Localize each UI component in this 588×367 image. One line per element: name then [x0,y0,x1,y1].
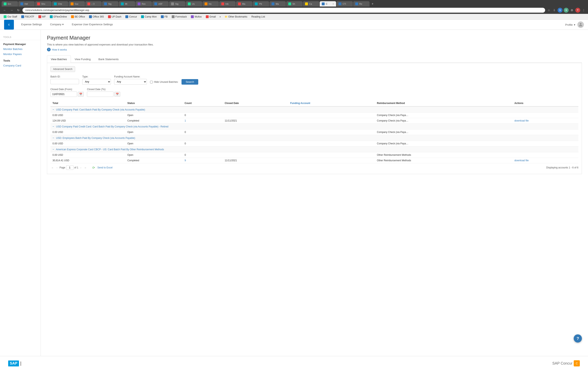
bookmark-our-staff[interactable]: Our Staff [2,15,19,19]
browser-tab-ca[interactable]: Ca [303,1,319,7]
batch-title-3[interactable]: USD: Employees Batch Paid By Company Che… [56,137,135,140]
reload-button[interactable]: ↻ [16,8,21,13]
collapse-icon[interactable]: − [52,125,54,128]
collapse-icon[interactable]: − [52,136,54,140]
funding-account-select[interactable]: Any [114,79,147,85]
downloads-icon[interactable]: ⇩ [552,8,556,13]
refresh-button[interactable]: ⟳ [92,166,95,170]
browser-tab-gui[interactable]: Gui [69,1,85,7]
browser-tab-music[interactable]: ♪ 3 [85,1,102,7]
sidebar-payment-manager-title: Payment Manager [0,41,41,47]
bookmark-eflexonline[interactable]: EFlexOnline [48,15,68,19]
sidebar-item-company-card[interactable]: Company Card [0,63,41,68]
cell-reimbursement: Other Reimbursement Methods [375,152,512,158]
browser-tab-sho[interactable]: Sho [35,1,52,7]
tab-close-button[interactable]: ✕ [332,3,334,5]
bookmark-be-office[interactable]: BE Office [69,15,86,19]
pagination-row: « ‹ Page of 1 › » ⟳ Send to Excel Displa… [51,163,579,171]
type-select[interactable]: Any Employee Company Card [82,79,111,85]
bookmark-formstack[interactable]: Formstack [170,15,189,19]
new-tab-button[interactable]: + [370,1,375,7]
next-page-button[interactable]: › [79,165,83,170]
count-link[interactable]: 1 [185,119,186,122]
download-file-link-1[interactable]: download file [514,119,528,122]
closed-date-from-input[interactable] [51,92,77,97]
bookmark-wf[interactable]: WF [37,15,48,19]
bookmark-fb[interactable]: FB [159,15,169,19]
bookmark-updash[interactable]: UP Dash [106,15,123,19]
browser-tab-ma2[interactable]: Ma [269,1,286,7]
help-bubble-button[interactable]: ? [574,334,582,342]
closed-date-from-calendar-button[interactable]: 📅 [78,92,84,97]
last-page-button[interactable]: » [83,165,87,170]
send-to-excel-link[interactable]: Send to Excel [97,166,112,169]
collapse-icon[interactable]: − [52,148,54,151]
back-button[interactable]: ← [2,8,7,13]
search-button[interactable]: Search [182,79,198,85]
bookmark-gmail[interactable]: Gmail [204,15,217,19]
batch-id-input[interactable] [51,79,79,84]
col-funding-account[interactable]: Funding Account [288,100,375,106]
browser-tab-yn[interactable]: YN [253,1,269,7]
browser-tab-mi[interactable]: Mi [119,1,135,7]
bookmarks-more-button[interactable]: » [218,15,222,19]
bookmark-star-icon[interactable]: ☆ [547,8,551,13]
prev-page-button[interactable]: ‹ [55,165,59,170]
profile-avatar-t[interactable]: T [575,8,580,13]
profile-avatar-2[interactable]: S [564,8,569,13]
batch-title-2[interactable]: USD Company Paid Credit Card: Card Batch… [56,125,168,128]
browser-tab-re[interactable]: Re [353,1,370,7]
nav-expense-settings[interactable]: Expense Settings [17,20,46,29]
page-number-input[interactable] [66,165,73,170]
sidebar-item-monitor-payees[interactable]: Monitor Payees [0,52,41,57]
closed-date-to-calendar-button[interactable]: 📅 [114,92,120,97]
browser-tab-sig2[interactable]: Sig [169,1,185,7]
tab-bank-statements[interactable]: Bank Statements [95,55,122,63]
browser-tab-hel[interactable]: Hel [18,1,35,7]
browser-tab-esf[interactable]: eSF [152,1,169,7]
menu-icon[interactable]: ⋮ [581,8,586,13]
extensions-icon[interactable]: ⚙ [570,8,574,13]
browser-tab-ma[interactable]: Ma [236,1,252,7]
nav-company[interactable]: Company ▾ [46,20,68,29]
bookmark-campmon[interactable]: Camp Mon [139,15,158,19]
closed-date-to-input[interactable] [87,92,113,97]
first-page-button[interactable]: « [51,165,54,170]
address-bar-input[interactable] [22,8,545,13]
browser-tab-inb[interactable]: Inb [219,1,236,7]
displaying-text: Displaying accounts 1 - 6 of 6 [546,166,579,169]
content-area: Payment Manager This is where you view b… [41,30,588,356]
profile-button[interactable]: Profile ▾ [565,23,575,26]
bookmark-favicon [206,15,209,18]
bookmark-reading-list[interactable]: Reading List [250,15,267,19]
hide-unused-checkbox[interactable] [150,81,153,83]
bookmark-concur[interactable]: Concur [124,15,139,19]
batch-title-1[interactable]: USD Company Paid: Card Batch Paid By Com… [56,108,145,111]
collapse-icon[interactable]: − [52,108,54,111]
browser-tab-sh[interactable]: Sh [286,1,303,7]
nav-expense-ux[interactable]: Expense User Experience Settings [68,20,117,29]
sidebar-item-monitor-batches[interactable]: Monitor Batches [0,47,41,52]
bookmark-wufoo[interactable]: Wufoo [189,15,203,19]
bookmark-other[interactable]: 📁 Other Bookmarks [223,15,249,19]
tab-view-funding[interactable]: View Funding [71,55,95,63]
how-it-works-link[interactable]: ? How it works [47,48,582,51]
batch-title-4[interactable]: American Express Corporate Card CBCP - U… [56,148,164,151]
browser-tab-rec[interactable]: Rec [136,1,152,7]
forward-button[interactable]: → [9,8,14,13]
advanced-search-toggle[interactable]: Advanced Search [51,66,75,72]
browser-tab-us[interactable]: Us [186,1,202,7]
tab-view-batches[interactable]: View Batches [47,55,71,63]
browser-tab-c-active[interactable]: C ✕ [320,1,336,7]
download-file-link-4[interactable]: download file [514,159,528,162]
browser-tab-em[interactable]: Em [2,1,18,7]
profile-avatar-s[interactable]: S [558,8,562,13]
cell-count: 0 [182,141,223,146]
bookmark-fbcatf[interactable]: FBCATF [20,15,36,19]
browser-tab-cti[interactable]: CTi [337,1,353,7]
browser-tab-che[interactable]: Che [52,1,68,7]
browser-tab-ho[interactable]: Ho [203,1,219,7]
browser-tab-sig[interactable]: Sig [102,1,118,7]
count-link-4[interactable]: 9 [185,159,186,162]
bookmark-office365[interactable]: Office 365 [87,15,105,19]
